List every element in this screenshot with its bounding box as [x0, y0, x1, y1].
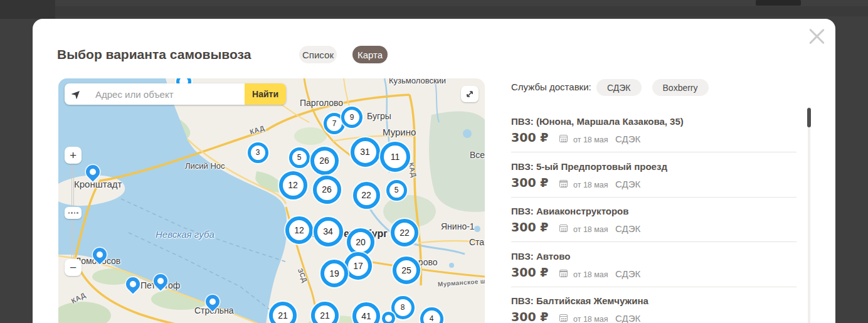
pickup-point-service: СДЭК: [615, 313, 640, 323]
map-place-label: Лисий Нос: [185, 161, 225, 171]
list-scrollbar-track[interactable]: [808, 107, 810, 323]
list-scrollbar-thumb[interactable]: [807, 108, 811, 127]
calendar-icon: [559, 314, 568, 322]
search-input[interactable]: [88, 83, 245, 105]
ruler-icon: [68, 212, 70, 214]
modal-title: Выбор варианта самовывоза: [57, 47, 251, 62]
pickup-point-date: от 18 мая: [573, 225, 608, 234]
pickup-point-service: СДЭК: [615, 268, 640, 279]
map-place-label: Кронштадт: [74, 179, 122, 189]
map-cluster-marker[interactable]: 31: [351, 137, 380, 167]
map-cluster-marker[interactable]: 9: [341, 107, 363, 128]
pickup-selection-modal: Выбор варианта самовывоза Список Карта: [33, 19, 835, 323]
pickup-point-price: 300 ₽: [511, 310, 549, 323]
service-filter-chip[interactable]: СДЭК: [596, 79, 642, 96]
zoom-out-button[interactable]: −: [65, 259, 82, 276]
map-cluster-marker[interactable]: 12: [279, 171, 307, 199]
map-place-label: Бугры: [367, 111, 391, 121]
pickup-point-service: СДЭК: [615, 223, 640, 234]
calendar-icon: [559, 270, 568, 277]
map-place-label: Мурино: [383, 127, 416, 137]
pickup-point-name: ПВЗ: Авиаконструкторов: [511, 206, 629, 216]
pickup-point-price: 300 ₽: [511, 265, 549, 279]
tab-map-view[interactable]: Карта: [352, 46, 388, 63]
pickup-point-service: СДЭК: [615, 179, 640, 189]
pickup-point-row[interactable]: ПВЗ: 5-ый Предпортовый проезд300 ₽от 18 …: [511, 152, 797, 198]
map-cluster-marker[interactable]: 3: [248, 142, 268, 163]
pickup-point-date: от 18 мая: [573, 135, 608, 144]
pickup-point-price: 300 ₽: [511, 220, 549, 234]
pickup-point-date: от 18 мая: [573, 315, 608, 323]
map-cluster-marker[interactable]: 5: [289, 147, 310, 168]
map-cluster-marker[interactable]: 19: [320, 260, 348, 287]
map-cluster-marker[interactable]: 11: [380, 142, 410, 172]
map-water-label: Невская губа: [156, 229, 214, 240]
map-place-label: Кузьмоловский: [389, 78, 446, 85]
search-button[interactable]: Найти: [245, 83, 286, 105]
dimmed-page-price-fragment: [756, 0, 801, 6]
map-cluster-marker[interactable]: 26: [313, 176, 341, 204]
map-place-label: Всеволожск: [470, 150, 485, 160]
pickup-point-row[interactable]: ПВЗ: (Юнона, Маршала Казакова, 35)300 ₽о…: [511, 107, 797, 152]
geolocation-button[interactable]: [65, 83, 88, 105]
pickup-point-name: ПВЗ: 5-ый Предпортовый проезд: [511, 161, 667, 172]
map-place-label: Парголово: [300, 98, 343, 108]
ruler-button[interactable]: [65, 207, 82, 219]
dimmed-page-block: [0, 0, 55, 19]
map-place-label: Янино-1: [441, 221, 475, 231]
map-cluster-marker[interactable]: 25: [393, 257, 420, 284]
pickup-point-row[interactable]: ПВЗ: Авиаконструкторов300 ₽от 18 маяСДЭК: [511, 197, 797, 242]
fullscreen-button[interactable]: [461, 86, 479, 102]
service-filter-chip[interactable]: Boxberry: [652, 79, 709, 96]
calendar-icon: [559, 225, 568, 232]
map-cluster-marker[interactable]: 22: [391, 219, 418, 246]
map-search-bar: Найти: [65, 83, 286, 105]
fullscreen-icon: [465, 90, 474, 98]
map-cluster-marker[interactable]: 12: [285, 216, 313, 244]
map-cluster-marker[interactable]: 34: [314, 217, 343, 246]
map-place-label: Старая: [469, 237, 485, 247]
pickup-point-row[interactable]: ПВЗ: Автово300 ₽от 18 маяСДЭК: [511, 242, 797, 287]
pickup-point-name: ПВЗ: Автово: [511, 251, 570, 262]
geolocation-icon: [71, 89, 82, 99]
pickup-point-price: 300 ₽: [511, 130, 549, 144]
pickup-point-date: от 18 мая: [573, 270, 608, 279]
pickup-point-date: от 18 мая: [573, 181, 608, 189]
map-cluster-marker[interactable]: [382, 312, 395, 323]
dimmed-page-header: [0, 6, 868, 16]
zoom-in-button[interactable]: +: [65, 147, 82, 164]
pickup-point-price: 300 ₽: [511, 176, 549, 189]
delivery-services: СДЭКBoxberry: [596, 79, 709, 96]
map-cluster-marker[interactable]: 26: [310, 147, 339, 175]
pickup-point-service: СДЭК: [615, 134, 640, 144]
map-cluster-marker[interactable]: 17: [344, 252, 372, 280]
tab-list-view[interactable]: Список: [299, 46, 337, 63]
pickup-point-name: ПВЗ: (Юнона, Маршала Казакова, 35): [511, 116, 684, 127]
map-canvas[interactable]: КузьмоловскийПарголовоБугрыМуриноВсеволо…: [58, 78, 485, 323]
pickup-point-name: ПВЗ: Балтийская Жемчужина: [511, 295, 648, 306]
delivery-services-label: Службы доставки:: [511, 82, 591, 92]
map-terrain: [58, 78, 485, 323]
map-cluster-marker[interactable]: 22: [353, 182, 380, 209]
calendar-icon: [559, 135, 568, 142]
close-icon[interactable]: [808, 28, 825, 45]
map-cluster-marker[interactable]: 5: [386, 180, 407, 201]
pickup-point-row[interactable]: ПВЗ: Балтийская Жемчужина300 ₽от 18 маяС…: [511, 287, 797, 323]
calendar-icon: [559, 180, 568, 188]
